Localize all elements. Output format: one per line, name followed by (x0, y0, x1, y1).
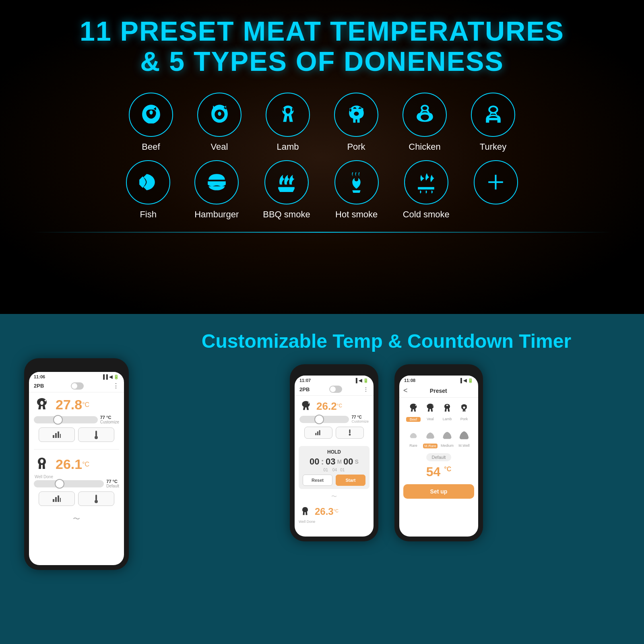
lamb-label: Lamb (277, 142, 299, 152)
mid-menu-dots[interactable]: ⋮ (363, 386, 369, 392)
mid-probe1-row: 26.2°C (295, 396, 374, 415)
pork-label: Pork (347, 142, 365, 152)
svg-point-11 (95, 500, 98, 503)
probe2-slider[interactable] (34, 480, 104, 487)
doneness-mrare[interactable] (423, 427, 438, 442)
hold-label: HOLD (303, 449, 365, 455)
mid-status-icons: ▐ ◀ 🔋 (354, 378, 369, 383)
mid-probe1-temp: 26.2 (316, 400, 337, 412)
right-content: Customizable Temp & Countdown Timer 11:0… (153, 330, 620, 541)
slider-thumb[interactable] (53, 415, 63, 425)
mid-slider-thumb[interactable] (314, 415, 324, 424)
preset-back-btn[interactable]: < (403, 386, 408, 395)
doneness-medium[interactable] (440, 427, 454, 442)
doneness-rare[interactable] (406, 427, 421, 442)
mrare-icon (425, 430, 436, 440)
mid-app-name: 2PB (299, 386, 310, 392)
probe1-animal-icon (34, 396, 50, 413)
meat-icons-row2: Fish Hamburger BBQ smoke H (126, 160, 518, 220)
mid-probe1-slider[interactable] (299, 416, 349, 423)
mid-status-time: 11:07 (299, 378, 311, 383)
phone-mid-header: 2PB ⋮ (295, 384, 374, 396)
svg-rect-15 (349, 429, 350, 433)
turkey-label: Turkey (480, 142, 506, 152)
probe1-temp-container: 27.8°C (54, 397, 89, 413)
probe1-slider-row: 77 °C Customize (34, 415, 119, 424)
chicken-circle (402, 93, 447, 137)
probe2-thermo-btn[interactable] (78, 491, 114, 506)
preset-lamb[interactable] (440, 401, 454, 415)
preset-veal[interactable] (423, 401, 438, 415)
probe1-customize-label: Customize (100, 420, 119, 424)
mid-toggle[interactable] (329, 386, 342, 393)
probe2-temp: 26.1 (56, 456, 82, 472)
phone-large-notch (60, 363, 93, 372)
probe1-temp: 27.8 (56, 397, 82, 412)
fish-icon (135, 169, 161, 195)
preset-status-time: 11:08 (404, 378, 415, 383)
setup-button[interactable]: Set up (403, 484, 474, 499)
probe1-chart-btn[interactable] (39, 427, 75, 442)
timer-sub: 01 04 01 (303, 468, 365, 472)
preset-beef[interactable] (406, 401, 421, 415)
mid-chart-btn[interactable] (304, 427, 332, 439)
phone-preset-screen: 11:08 ▐ ◀ 🔋 < Preset (399, 376, 478, 537)
beef-label: Beef (142, 142, 160, 152)
phone-mid-status: 11:07 ▐ ◀ 🔋 (295, 376, 374, 384)
hamburger-circle (194, 160, 239, 204)
menu-dots[interactable]: ⋮ (113, 382, 119, 390)
mid-probe2-row: 26.3°C (295, 502, 374, 520)
medium-label: Medium (440, 444, 454, 448)
phone-mid-screen: 11:07 ▐ ◀ 🔋 2PB ⋮ 26.2°C (295, 376, 374, 537)
svg-point-5 (95, 436, 98, 439)
hot-smoke-circle (334, 160, 379, 204)
reset-button[interactable]: Reset (303, 475, 332, 486)
meat-icon-pork: Pork (334, 93, 378, 152)
meat-icon-turkey: Turkey (471, 93, 515, 152)
mid-probe2-icon (299, 506, 311, 517)
svg-rect-13 (317, 431, 318, 435)
medium-icon (442, 430, 453, 440)
probe2-animal-icon (34, 456, 50, 472)
mwell-icon (458, 430, 470, 440)
probe2-unit: °C (82, 460, 89, 467)
mwell-label: M.Well (457, 444, 471, 448)
preset-beef-icon (408, 402, 419, 414)
probe2-chart-btn[interactable] (39, 491, 75, 506)
hold-section: HOLD 00 : 03 M 00 S 01 0 (299, 446, 369, 489)
preset-lamb-label: Lamb (440, 417, 454, 422)
probe1-thermo-btn[interactable] (78, 427, 114, 442)
probe1-unit: °C (82, 401, 89, 408)
meat-icon-hamburger: Hamburger (194, 160, 239, 220)
svg-rect-9 (60, 498, 61, 502)
swipe-indicator: 〜 (29, 511, 124, 527)
phone-large-mockup: 11:06 ▐▐ ◀ 🔋 2PB ⋮ 27.8°C (24, 358, 129, 570)
mid-probe2-temp: 26.3 (315, 506, 334, 517)
meat-icon-bbq: BBQ smoke (263, 160, 310, 220)
top-content: 11 PRESET MEAT TEMPERATURES & 5 TYPES OF… (0, 0, 644, 220)
mid-thermo-btn[interactable] (336, 427, 364, 439)
svg-rect-12 (315, 433, 316, 435)
mid-probe2-temp-container: 26.3°C (315, 506, 339, 517)
pork-circle (334, 93, 378, 137)
start-button[interactable]: Start (336, 475, 365, 486)
probe1-controls: 77 °C Customize (29, 415, 124, 447)
mid-probe1-controls: 77 °C Customize (295, 415, 374, 444)
probe2-controls: 77 °C Default (29, 479, 124, 511)
rare-label: Rare (406, 444, 421, 448)
slider2-thumb[interactable] (55, 479, 64, 489)
phone-preset-status: 11:08 ▐ ◀ 🔋 (399, 376, 478, 384)
meat-icon-cold-smoke: Cold smoke (403, 160, 450, 220)
status-time: 11:06 (34, 374, 45, 380)
mrare-label: M.Rare (423, 444, 438, 448)
mid-probe2-label: Well Done (295, 520, 374, 525)
mid-probe1-action-btns (299, 425, 369, 440)
header-toggle[interactable] (71, 382, 84, 390)
mid-probe1-customize: Customize (351, 419, 369, 423)
preset-header: < Preset (399, 384, 478, 398)
doneness-mwell[interactable] (457, 427, 471, 442)
probe1-slider[interactable] (34, 416, 98, 423)
phone-large-screen: 11:06 ▐▐ ◀ 🔋 2PB ⋮ 27.8°C (29, 372, 124, 565)
phone-preset-notch (427, 369, 451, 376)
preset-pork[interactable] (457, 401, 471, 415)
